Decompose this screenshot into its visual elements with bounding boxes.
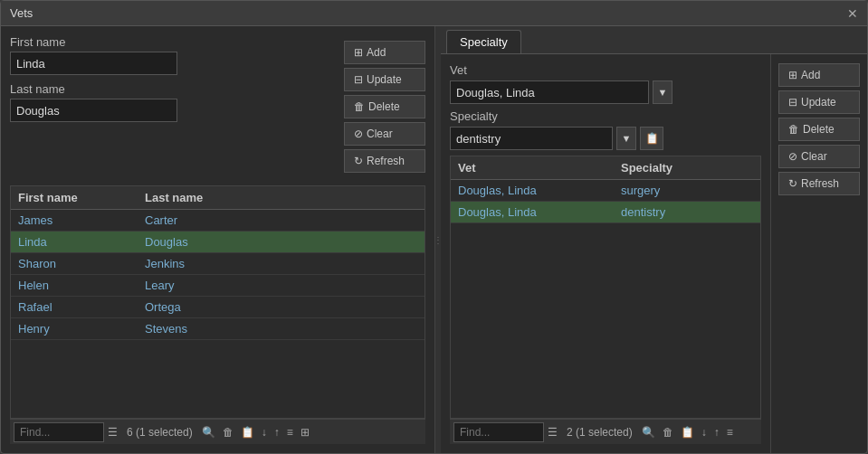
table-row[interactable]: Rafael Ortega: [11, 297, 424, 318]
refresh-icon: ↻: [354, 155, 363, 167]
left-table-body: James Carter Linda Douglas Sharon Jenkin…: [11, 210, 424, 340]
right-up-button[interactable]: ↑: [711, 424, 723, 440]
cell-first: James: [11, 210, 138, 231]
right-down-button[interactable]: ↓: [698, 424, 711, 440]
add-icon: ⊞: [354, 46, 363, 59]
right-find-input[interactable]: [453, 422, 544, 442]
left-table-footer: ☰ 6 (1 selected) 🔍 🗑 📋 ↓ ↑ ≡ ⊞: [10, 419, 425, 444]
right-add-button[interactable]: ⊞ Add: [778, 63, 860, 87]
refresh-button[interactable]: ↻ Refresh: [344, 149, 425, 173]
left-panel: First name Last name ⊞ Add ⊟ Update: [1, 26, 435, 453]
left-table-section: First name Last name James Carter Linda …: [10, 185, 425, 444]
update-icon: ⊟: [354, 73, 363, 86]
cell-last: Leary: [138, 275, 424, 296]
main-window: Vets ✕ First name Last name ⊞ Add: [0, 0, 868, 454]
cell-last: Stevens: [138, 318, 424, 339]
left-menu-button[interactable]: ☰: [104, 424, 121, 440]
first-name-input[interactable]: [10, 52, 177, 75]
cell-first: Henry: [11, 318, 138, 339]
right-clear-icon: ⊘: [788, 150, 797, 163]
right-refresh-button[interactable]: ↻ Refresh: [778, 172, 860, 195]
left-grid-button[interactable]: ⊞: [297, 424, 313, 440]
right-add-icon: ⊞: [788, 69, 797, 81]
left-copy-button[interactable]: 📋: [237, 424, 258, 440]
left-action-buttons: ⊞ Add ⊟ Update 🗑 Delete ⊘ Clear: [344, 41, 425, 173]
left-up-button[interactable]: ↑: [271, 424, 283, 440]
right-delete-button[interactable]: 🗑 Delete: [778, 118, 860, 141]
cell-first: Sharon: [11, 253, 138, 274]
left-find-input[interactable]: [14, 422, 104, 442]
vet-label: Vet: [450, 63, 761, 77]
right-trash-button[interactable]: 🗑: [659, 424, 677, 440]
right-panel: Specialty Vet Douglas, Linda ▼ Specialty…: [441, 26, 867, 453]
spec-row[interactable]: Douglas, Linda surgery: [451, 180, 760, 202]
spec-cell-vet: Douglas, Linda: [451, 202, 614, 222]
table-row[interactable]: Helen Leary: [11, 275, 424, 297]
first-name-label: First name: [10, 35, 335, 49]
cell-first: Rafael: [11, 297, 138, 317]
vet-select[interactable]: Douglas, Linda: [450, 80, 649, 104]
add-button[interactable]: ⊞ Add: [344, 41, 425, 64]
right-copy-button[interactable]: 📋: [677, 424, 698, 440]
right-content: Vet Douglas, Linda ▼ Specialty dentistry…: [441, 54, 867, 453]
clear-button[interactable]: ⊘ Clear: [344, 122, 425, 146]
col-last-name: Last name: [138, 186, 424, 209]
right-table-footer: ☰ 2 (1 selected) 🔍 🗑 📋 ↓ ↑ ≡: [450, 419, 761, 444]
left-status: 6 (1 selected): [121, 426, 198, 439]
specialty-dropdown-row: dentistry ▼ 📋: [450, 127, 761, 150]
table-row[interactable]: Henry Stevens: [11, 318, 424, 340]
left-data-table: First name Last name James Carter Linda …: [10, 185, 425, 419]
main-content: First name Last name ⊞ Add ⊟ Update: [1, 26, 867, 453]
right-menu-button[interactable]: ☰: [544, 424, 561, 440]
cell-last: Douglas: [138, 232, 424, 252]
cell-first: Helen: [11, 275, 138, 296]
right-update-icon: ⊟: [788, 96, 797, 109]
left-search-button[interactable]: 🔍: [198, 424, 219, 440]
right-delete-icon: 🗑: [788, 123, 799, 136]
tab-bar: Specialty: [441, 26, 867, 54]
right-status: 2 (1 selected): [561, 426, 638, 439]
col-first-name: First name: [11, 186, 138, 209]
right-update-button[interactable]: ⊟ Update: [778, 90, 860, 114]
spec-data-table: Vet Specialty Douglas, Linda surgery Dou…: [450, 156, 761, 419]
left-list-button[interactable]: ≡: [283, 424, 297, 440]
specialty-dropdown-arrow[interactable]: ▼: [616, 127, 636, 150]
spec-cell-specialty: surgery: [614, 180, 760, 201]
delete-icon: 🗑: [354, 100, 365, 113]
left-trash-button[interactable]: 🗑: [219, 424, 237, 440]
specialty-select[interactable]: dentistry: [450, 127, 613, 150]
right-search-button[interactable]: 🔍: [638, 424, 659, 440]
close-button[interactable]: ✕: [847, 6, 858, 21]
spec-table-header: Vet Specialty: [451, 156, 760, 180]
cell-last: Jenkins: [138, 253, 424, 274]
spec-cell-specialty: dentistry: [614, 202, 760, 222]
spec-col-specialty: Specialty: [614, 156, 760, 179]
table-row[interactable]: James Carter: [11, 210, 424, 232]
table-row[interactable]: Linda Douglas: [11, 232, 424, 253]
vet-dropdown-arrow[interactable]: ▼: [653, 80, 672, 104]
cell-last: Ortega: [138, 297, 424, 317]
right-action-buttons: ⊞ Add ⊟ Update 🗑 Delete ⊘ Clear: [771, 54, 867, 453]
specialty-copy-button[interactable]: 📋: [640, 127, 663, 150]
last-name-input[interactable]: [10, 99, 177, 122]
right-table-body: Douglas, Linda surgery Douglas, Linda de…: [451, 180, 760, 223]
cell-first: Linda: [11, 232, 138, 252]
right-clear-button[interactable]: ⊘ Clear: [778, 145, 860, 168]
specialty-label: Specialty: [450, 109, 761, 123]
spec-col-vet: Vet: [451, 156, 614, 179]
right-grid-button[interactable]: ≡: [723, 424, 737, 440]
spec-table-section: Vet Specialty Douglas, Linda surgery Dou…: [450, 156, 761, 444]
table-row[interactable]: Sharon Jenkins: [11, 253, 424, 275]
window-title: Vets: [10, 6, 33, 20]
vet-dropdown-row: Douglas, Linda ▼: [450, 80, 761, 104]
cell-last: Carter: [138, 210, 424, 231]
form-row: First name Last name ⊞ Add ⊟ Update: [10, 35, 425, 173]
left-down-button[interactable]: ↓: [258, 424, 271, 440]
spec-row[interactable]: Douglas, Linda dentistry: [451, 202, 760, 223]
delete-button[interactable]: 🗑 Delete: [344, 95, 425, 118]
last-name-label: Last name: [10, 82, 335, 96]
update-button[interactable]: ⊟ Update: [344, 68, 425, 91]
specialty-tab[interactable]: Specialty: [446, 30, 521, 53]
specialty-form: Vet Douglas, Linda ▼ Specialty dentistry…: [441, 54, 771, 453]
spec-cell-vet: Douglas, Linda: [451, 180, 614, 201]
